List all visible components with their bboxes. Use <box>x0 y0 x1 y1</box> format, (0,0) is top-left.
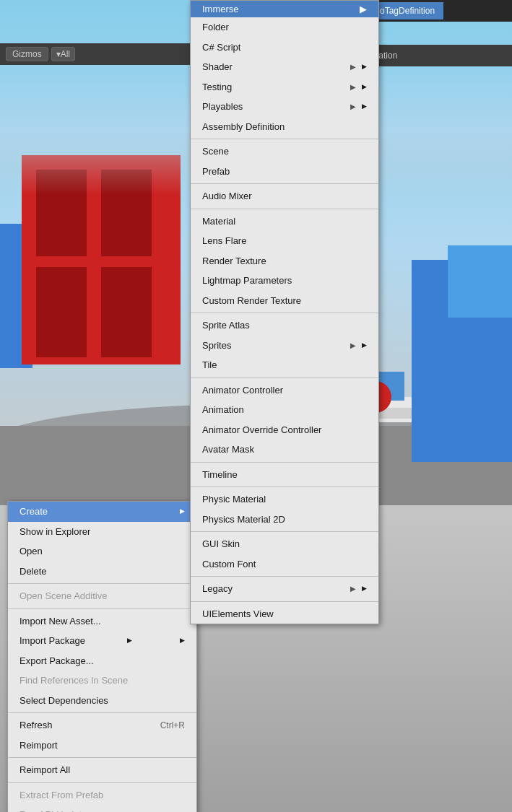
create-arrow: ▶ <box>180 507 185 517</box>
open-scene-additive-item: Open Scene Additive <box>8 586 196 606</box>
refresh-shortcut: Ctrl+R <box>160 719 185 732</box>
physics-material-2d-item[interactable]: Physics Material 2D <box>191 510 378 530</box>
sprites-arrow: ▶ <box>350 340 356 351</box>
assets-sep4 <box>8 757 196 758</box>
create-item[interactable]: Create ▶ <box>8 502 196 522</box>
timeline-item[interactable]: Timeline <box>191 465 378 485</box>
layers-dropdown[interactable]: ▾All <box>51 47 75 61</box>
csharp-script-item[interactable]: C# Script <box>191 38 378 58</box>
import-package-arrow: ▶ <box>127 636 132 646</box>
lightmap-parameters-item[interactable]: Lightmap Parameters <box>191 271 378 291</box>
sep7 <box>191 486 378 487</box>
reimport-item[interactable]: Reimport <box>8 735 196 756</box>
custom-render-texture-item[interactable]: Custom Render Texture <box>191 291 378 311</box>
audio-mixer-item[interactable]: Audio Mixer <box>191 186 378 206</box>
sep2 <box>191 183 378 184</box>
assets-context-menu: Create ▶ Show in Explorer Open Delete Op… <box>7 501 197 812</box>
physic-material-item[interactable]: Physic Material <box>191 489 378 510</box>
assets-sep1 <box>8 583 196 584</box>
run-api-updater-item: Run API Updater... <box>8 805 196 812</box>
refresh-item[interactable]: Refresh Ctrl+R <box>8 715 196 735</box>
find-references-item: Find References In Scene <box>8 671 196 691</box>
sprites-item[interactable]: Sprites▶ <box>191 336 378 356</box>
render-texture-item[interactable]: Render Texture <box>191 251 378 271</box>
assets-sep2 <box>8 608 196 609</box>
extract-from-prefab-item: Extract From Prefab <box>8 785 196 806</box>
create-submenu: Immerse ▶ Folder C# Script Shader▶ Testi… <box>190 0 379 624</box>
sep5 <box>191 377 378 378</box>
sep3 <box>191 209 378 209</box>
playables-arrow: ▶ <box>350 101 356 112</box>
playables-item[interactable]: Playables▶ <box>191 97 378 117</box>
testing-arrow: ▶ <box>350 82 356 92</box>
open-item[interactable]: Open <box>8 541 196 562</box>
immerse-label: Immerse <box>202 4 239 14</box>
animator-override-item[interactable]: Animator Override Controller <box>191 420 378 440</box>
prefab-item[interactable]: Prefab <box>191 162 378 182</box>
lens-flare-item[interactable]: Lens Flare <box>191 231 378 251</box>
custom-font-item[interactable]: Custom Font <box>191 554 378 575</box>
sep10 <box>191 601 378 602</box>
export-package-item[interactable]: Export Package... <box>8 651 196 671</box>
assets-sep3 <box>8 712 196 713</box>
avatar-mask-item[interactable]: Avatar Mask <box>191 440 378 460</box>
import-new-asset-item[interactable]: Import New Asset... <box>8 611 196 632</box>
shader-arrow: ▶ <box>350 61 356 72</box>
sep1 <box>191 139 378 139</box>
animation-item[interactable]: Animation <box>191 400 378 420</box>
gui-skin-item[interactable]: GUI Skin <box>191 534 378 554</box>
assets-sep5 <box>8 782 196 783</box>
assembly-definition-item[interactable]: Assembly Definition <box>191 117 378 137</box>
sep6 <box>191 462 378 463</box>
tile-item[interactable]: Tile <box>191 355 378 375</box>
sep9 <box>191 576 378 577</box>
uielements-view-item[interactable]: UIElements View <box>191 604 378 624</box>
show-in-explorer-item[interactable]: Show in Explorer <box>8 522 196 542</box>
gizmos-button[interactable]: Gizmos <box>6 47 48 61</box>
shader-item[interactable]: Shader▶ <box>191 57 378 77</box>
sep8 <box>191 531 378 532</box>
folder-item[interactable]: Folder <box>191 17 378 38</box>
toolbar: Gizmos ▾All <box>0 43 190 65</box>
submenu-immerse-item[interactable]: Immerse ▶ <box>191 1 378 17</box>
reimport-all-item[interactable]: Reimport All <box>8 760 196 780</box>
sprite-atlas-item[interactable]: Sprite Atlas <box>191 315 378 336</box>
animator-controller-item[interactable]: Animator Controller <box>191 380 378 401</box>
material-item[interactable]: Material <box>191 211 378 232</box>
legacy-item[interactable]: Legacy▶ <box>191 579 378 599</box>
immerse-arrow: ▶ <box>360 4 367 14</box>
sep4 <box>191 313 378 313</box>
delete-item[interactable]: Delete <box>8 562 196 582</box>
legacy-arrow: ▶ <box>350 583 356 594</box>
testing-item[interactable]: Testing▶ <box>191 77 378 97</box>
select-dependencies-item[interactable]: Select Dependencies <box>8 691 196 711</box>
import-package-item[interactable]: Import Package ▶ <box>8 631 196 651</box>
scene-item[interactable]: Scene <box>191 141 378 162</box>
